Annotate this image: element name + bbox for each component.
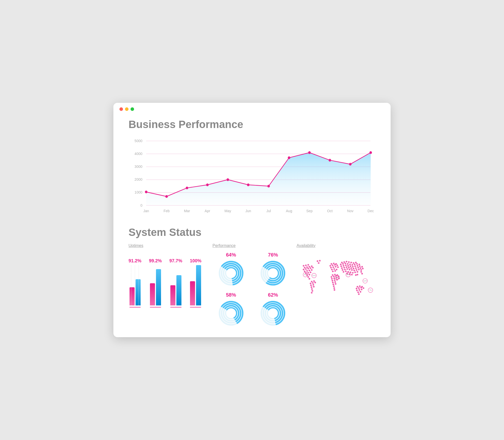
svg-text:4000: 4000 [135, 151, 142, 156]
svg-point-161 [350, 267, 352, 269]
svg-text:11%: 11% [363, 280, 367, 282]
bar-blue [196, 265, 201, 305]
svg-point-163 [355, 267, 356, 269]
svg-text:Jan: Jan [143, 209, 149, 213]
svg-point-88 [312, 284, 314, 286]
donut-svg-58 [217, 299, 245, 327]
svg-point-65 [307, 268, 309, 269]
svg-point-173 [356, 269, 357, 271]
svg-point-104 [337, 266, 338, 268]
world-map-svg: 70% 41% 56% 85% [297, 252, 375, 307]
svg-text:Feb: Feb [164, 209, 170, 213]
svg-point-69 [306, 270, 308, 272]
svg-point-200 [357, 292, 359, 293]
svg-point-128 [333, 286, 334, 287]
donut-item-58: 58% [212, 292, 249, 327]
svg-point-59 [304, 267, 305, 268]
svg-point-194 [358, 287, 359, 289]
svg-point-90 [313, 286, 314, 287]
svg-point-67 [312, 267, 313, 268]
svg-point-145 [356, 263, 358, 265]
svg-point-174 [358, 269, 359, 270]
svg-text:Oct: Oct [327, 209, 333, 213]
line-chart-container: 5000 4000 3000 2000 1000 0 [129, 136, 375, 216]
svg-point-105 [331, 269, 333, 270]
svg-point-133 [346, 261, 347, 262]
svg-text:Aug: Aug [286, 209, 292, 213]
svg-point-121 [331, 280, 333, 281]
svg-point-87 [310, 285, 312, 286]
data-point [308, 151, 311, 154]
system-status-section: System Status Uptimes 91.2% [129, 226, 375, 327]
svg-text:Dec: Dec [368, 209, 374, 213]
svg-point-113 [331, 276, 332, 278]
svg-point-191 [359, 286, 360, 287]
chart-area [146, 152, 371, 205]
svg-point-202 [358, 293, 359, 295]
svg-text:41%: 41% [312, 275, 316, 276]
svg-point-168 [344, 269, 345, 270]
svg-point-164 [357, 267, 359, 268]
svg-point-100 [336, 265, 338, 266]
svg-point-187 [361, 273, 363, 274]
svg-point-56 [303, 265, 304, 266]
svg-point-57 [305, 265, 306, 266]
svg-point-81 [318, 262, 319, 264]
svg-text:Sep: Sep [306, 209, 313, 213]
uptime-percent-3: 97.7% [169, 258, 182, 264]
north-america [303, 260, 321, 279]
bar-pink [150, 283, 155, 305]
svg-point-93 [311, 292, 312, 293]
minimize-button[interactable] [125, 107, 129, 111]
svg-point-99 [334, 264, 335, 266]
baseline [190, 307, 201, 307]
svg-point-80 [319, 260, 321, 261]
svg-point-58 [307, 264, 309, 266]
data-point [349, 163, 352, 166]
svg-point-148 [343, 265, 344, 266]
asia [340, 261, 364, 276]
svg-point-83 [313, 280, 315, 282]
svg-point-64 [305, 268, 306, 270]
svg-point-170 [349, 269, 350, 270]
svg-text:5000: 5000 [135, 139, 142, 143]
donut-label-62: 62% [268, 292, 278, 298]
svg-point-108 [332, 271, 333, 272]
svg-point-144 [354, 264, 355, 265]
svg-point-189 [357, 274, 358, 275]
svg-point-122 [334, 279, 335, 281]
svg-point-141 [347, 263, 348, 265]
bar-pink [170, 285, 175, 305]
svg-point-95 [333, 263, 334, 264]
svg-point-103 [335, 266, 336, 267]
svg-point-171 [351, 269, 353, 271]
donut-label-76: 76% [268, 252, 278, 258]
svg-point-193 [356, 288, 357, 289]
close-button[interactable] [119, 107, 123, 111]
svg-point-188 [355, 274, 356, 276]
svg-text:85%: 85% [346, 274, 350, 275]
svg-point-124 [332, 282, 333, 283]
svg-point-66 [310, 267, 311, 269]
performance-section: Performance 64% [212, 243, 291, 327]
bar-blue [176, 275, 181, 305]
system-status-title: System Status [129, 226, 375, 238]
business-performance-title: Business Performance [129, 118, 375, 131]
uptime-percent-4: 100% [190, 258, 201, 264]
uptimes-title: Uptimes [129, 243, 207, 248]
svg-point-114 [333, 276, 334, 277]
svg-point-85 [312, 282, 313, 284]
svg-point-201 [360, 291, 361, 293]
svg-point-146 [358, 264, 360, 265]
svg-point-149 [345, 265, 346, 266]
svg-point-150 [347, 265, 349, 266]
svg-text:May: May [225, 209, 231, 213]
performance-title: Performance [212, 243, 291, 248]
svg-point-139 [342, 263, 344, 265]
south-america [310, 280, 316, 294]
svg-point-91 [311, 288, 312, 290]
maximize-button[interactable] [131, 107, 134, 111]
svg-point-136 [353, 262, 354, 264]
svg-point-106 [333, 268, 335, 270]
svg-text:56%: 56% [335, 277, 339, 278]
